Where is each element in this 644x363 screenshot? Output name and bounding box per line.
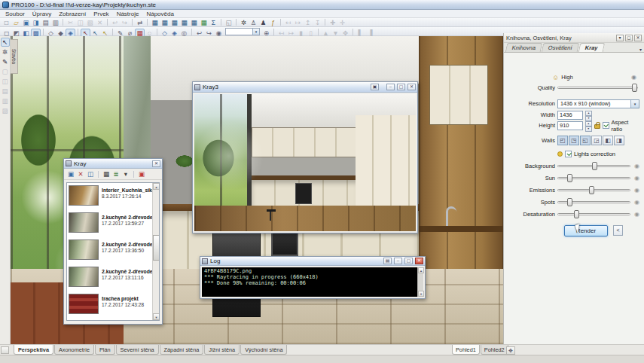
minimize-icon[interactable]: – (394, 258, 402, 264)
minimize-icon[interactable]: – (386, 84, 395, 90)
maximize-icon[interactable]: ▢ (397, 84, 405, 90)
left-dock-tab-stavba[interactable]: Stavba (11, 39, 18, 74)
log-options-icon[interactable]: ▤ (383, 258, 392, 264)
tab-pohled1[interactable]: Pohled1 (452, 345, 480, 355)
tab-vychodni-stena[interactable]: Východní stěna (240, 345, 287, 355)
gallery-icon[interactable]: ◱ (224, 18, 233, 26)
spin-up-icon[interactable]: ▲ (585, 111, 592, 116)
tab-pohled2[interactable]: Pohled2 (481, 345, 508, 355)
slider-handle[interactable] (567, 174, 572, 182)
spots-slider[interactable] (557, 198, 630, 206)
menu-soubor[interactable]: Soubor (2, 11, 29, 17)
tab-axonometrie[interactable]: Axonometrie (54, 345, 94, 355)
pan-view-icon[interactable]: ✥ (506, 346, 515, 355)
slider-handle[interactable] (589, 186, 594, 194)
render-window-title-bar[interactable]: Kray3 ▣ – ▢ ✕ (193, 82, 417, 93)
menu-napoveda[interactable]: Nápověda (142, 11, 177, 17)
save-icon[interactable]: ▣ (66, 169, 75, 178)
close-icon[interactable]: ✕ (415, 258, 423, 264)
list-dropdown-icon[interactable]: ▾ (121, 169, 130, 178)
collapse-button[interactable]: < (613, 225, 623, 236)
color-sphere-icon[interactable]: ◉ (634, 187, 639, 194)
scroll-up-icon[interactable]: ▲ (418, 267, 424, 273)
height-stepper[interactable]: ▲ ▼ (585, 121, 592, 130)
color-sphere-icon[interactable]: ◉ (634, 199, 639, 206)
select-tool-icon[interactable]: ↖ (1, 38, 10, 47)
tab-knihovna[interactable]: Knihovna (505, 43, 543, 52)
gallery-item[interactable]: trachea projekt 17.2.2017 12:35:41 (67, 319, 159, 321)
wall-button-6[interactable]: ◨ (614, 136, 624, 145)
image-view-icon[interactable]: ▦ (102, 169, 111, 178)
spin-down-icon[interactable]: ▼ (585, 127, 592, 132)
stop-icon[interactable]: ▣ (137, 169, 146, 178)
chevron-down-icon[interactable]: ▾ (630, 100, 639, 108)
menu-upravy[interactable]: Úpravy (29, 11, 55, 17)
tab-scroll-button[interactable] (1, 346, 9, 354)
tab-osvetleni[interactable]: Osvětlení (542, 43, 579, 52)
gallery-scrollbar[interactable]: ▲ ▼ (152, 183, 159, 320)
log-title-bar[interactable]: Log ▤ – ▢ ✕ (200, 257, 425, 266)
spin-up-icon[interactable]: ▲ (585, 121, 592, 127)
gallery-item[interactable]: 2.kuchyně 2-dřevodekor_7 17.2.2017 13:59… (67, 210, 159, 237)
tab-kray[interactable]: Kray (578, 43, 605, 52)
close-icon[interactable]: ✕ (152, 160, 160, 167)
color-sphere-icon[interactable]: ◉ (634, 163, 639, 169)
chevron-down-icon[interactable]: ▾ (639, 47, 642, 52)
menu-zobrazeni[interactable]: Zobrazení (55, 11, 90, 17)
background-slider[interactable] (557, 162, 630, 170)
wall-button-3[interactable]: ◱ (580, 136, 591, 145)
float-panel-icon[interactable]: ◻ (625, 35, 633, 41)
emissions-slider[interactable] (557, 186, 630, 194)
zoom-combo[interactable]: ▾ (225, 28, 260, 35)
plugin-icon[interactable]: ◉ (631, 74, 636, 81)
slider-handle[interactable] (592, 162, 597, 170)
menu-nastroje[interactable]: Nástroje (113, 11, 143, 17)
pencil-tool-icon[interactable]: ✎ (1, 57, 10, 66)
slider-handle[interactable] (574, 210, 579, 218)
gallery-item[interactable]: trachea projekt 17.2.2017 12:43:28 (67, 291, 159, 319)
wall-button-1[interactable]: ◰ (557, 136, 568, 145)
scroll-up-icon[interactable]: ▲ (153, 183, 160, 190)
height-field[interactable] (557, 121, 583, 130)
gallery-item[interactable]: 2.kuchyně 2-dřevodekor_6 17.2.2017 13:36… (67, 237, 159, 264)
scrollbar-thumb[interactable] (153, 235, 160, 261)
desaturation-slider[interactable] (557, 210, 630, 218)
lights-correction-checkbox[interactable] (565, 151, 572, 157)
copy-icon[interactable]: ◫ (86, 169, 95, 178)
color-sphere-icon[interactable]: ◉ (634, 211, 639, 218)
sun-slider[interactable] (557, 174, 630, 182)
gallery-title-bar[interactable]: Kray ✕ (64, 159, 162, 169)
gallery-item[interactable]: 2.kuchyně 2-dřevodekor_6 17.2.2017 13:11… (67, 264, 159, 291)
scroll-down-icon[interactable]: ▼ (153, 313, 160, 320)
figure-icon[interactable]: ♙ (249, 18, 258, 26)
snap-tool-icon[interactable]: ✲ (1, 47, 10, 56)
delete-icon[interactable]: ✕ (76, 169, 85, 178)
scroll-down-icon[interactable]: ▼ (418, 291, 424, 297)
close-icon[interactable]: ✕ (634, 35, 642, 41)
chevron-down-icon[interactable]: ▾ (252, 29, 259, 35)
menu-prvek[interactable]: Prvek (90, 11, 112, 17)
gallery-item[interactable]: Interier_Kuchnia_siku-calvad 8.3.2017 17… (67, 183, 159, 210)
resolution-select[interactable]: 1436 x 910 (window) ▾ (557, 99, 639, 108)
render-button[interactable]: Render (564, 225, 608, 236)
width-stepper[interactable]: ▲ ▼ (585, 111, 592, 120)
tab-zapadni-stena[interactable]: Západní stěna (160, 345, 204, 355)
color-sphere-icon[interactable]: ◉ (634, 175, 639, 182)
slider-handle[interactable] (632, 84, 637, 92)
tab-severni-stena[interactable]: Severní stěna (116, 345, 159, 355)
close-icon[interactable]: ✕ (407, 84, 416, 90)
wall-button-5[interactable]: ◧ (603, 136, 613, 145)
tab-jizni-stena[interactable]: Jižní stěna (204, 345, 240, 355)
quality-slider[interactable] (557, 84, 638, 92)
snap-icon[interactable]: ✲ (239, 18, 249, 26)
chevron-down-icon[interactable]: ▾ (616, 35, 624, 41)
aspect-ratio-checkbox[interactable] (603, 122, 609, 129)
width-field[interactable] (557, 111, 583, 120)
list-view-icon[interactable]: ≣ (111, 169, 121, 178)
log-scrollbar[interactable]: ▲ ▼ (417, 267, 423, 297)
slider-handle[interactable] (567, 198, 572, 206)
tab-plan[interactable]: Plán (95, 345, 115, 355)
maximize-icon[interactable]: ▢ (404, 258, 413, 264)
wall-button-2[interactable]: ◳ (569, 136, 579, 145)
wall-button-4[interactable]: ◲ (591, 136, 602, 145)
